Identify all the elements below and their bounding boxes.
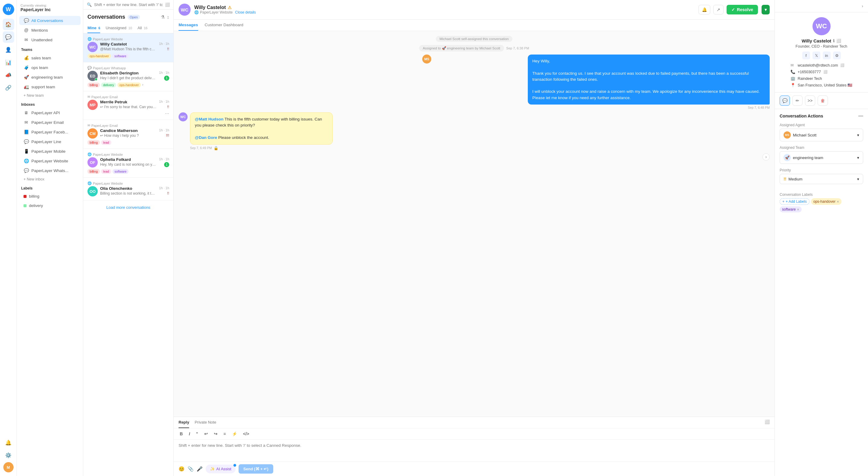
quote-button[interactable]: " (195, 431, 199, 437)
new-team-button[interactable]: + New team (19, 92, 81, 99)
collapse-conv-actions-icon[interactable]: — (858, 113, 863, 119)
facebook-social-icon[interactable]: f (802, 52, 810, 59)
sidebar-all-conversations[interactable]: 💬 All Conversations (19, 16, 81, 25)
sidebar-inbox-website[interactable]: 🌐 PaperLayer Website (19, 156, 81, 165)
nav-icon-reports[interactable]: 📊 (3, 57, 14, 68)
close-details-button[interactable]: Close details (235, 10, 256, 14)
assigned-agent-select[interactable]: MS Michael Scott ▾ (780, 129, 863, 141)
nav-icon-chat[interactable]: 💬 (3, 31, 14, 43)
attach-button[interactable]: 📎 (188, 466, 194, 472)
ordered-list-button[interactable]: ⚡ (231, 431, 238, 437)
tab-all[interactable]: All 16 (137, 23, 148, 33)
conversation-list: 🌐 PaperLayer Website WC Willy Castelot @… (83, 33, 174, 476)
copy-phone-icon[interactable]: ⬜ (824, 70, 828, 74)
sidebar-inbox-line[interactable]: 💬 PaperLayer Line (19, 137, 81, 146)
more-labels-2[interactable]: › (142, 82, 143, 88)
nav-icon-home[interactable]: 🏠 (3, 19, 14, 30)
chat-tab-dashboard[interactable]: Customer Dashboard (205, 20, 243, 31)
sidebar-inbox-mobile[interactable]: 📱 PaperLayer Mobile (19, 147, 81, 156)
expand-reply-icon[interactable]: ⬜ (765, 417, 770, 428)
chat-tab-messages[interactable]: Messages (179, 20, 198, 31)
sidebar-inbox-api[interactable]: 🖥 PaperLayer API (19, 108, 81, 117)
merge-contact-button[interactable]: >> (805, 96, 815, 106)
undo-button[interactable]: ↩ (203, 431, 209, 437)
sidebar-label-billing[interactable]: billing (19, 192, 81, 201)
reply-tab-note[interactable]: Private Note (194, 417, 216, 428)
conv-preview-2: Hey I didn't get the product delivere... (100, 76, 157, 80)
conv-badge-5: 1 (164, 162, 169, 167)
user-avatar[interactable]: M (3, 462, 13, 472)
system-msg-2-wrapper: Assigned to 🚀 engineering team by Michae… (179, 45, 770, 52)
bold-button[interactable]: B (179, 431, 184, 437)
conv-item-elisabeth[interactable]: 💬 PaperLayer Whatsapp ED Elisabeth Derin… (83, 62, 174, 91)
resolve-dropdown-button[interactable]: ▾ (762, 5, 770, 14)
sidebar-team-support[interactable]: 🚛 support team (19, 82, 81, 91)
send-button[interactable]: Send (⌘ + ↵) (239, 464, 273, 474)
expand-thread-button[interactable]: › (763, 154, 770, 161)
conv-item-willy[interactable]: 🌐 PaperLayer Website WC Willy Castelot @… (83, 33, 174, 62)
conv-item-merrile[interactable]: ✉ PaperLayer Email MP Merrile Petruk ↩ I… (83, 91, 174, 120)
msg-time-note-1: Sep 7, 6:49 PM 🔒 (190, 146, 388, 150)
sort-icon[interactable]: ↕ (167, 14, 169, 20)
inbox-whatsapp-icon: 💬 (24, 168, 29, 173)
reply-input[interactable] (174, 440, 775, 461)
reply-tab-reply[interactable]: Reply (179, 417, 189, 428)
expand-search-icon[interactable]: ⬜ (165, 2, 170, 7)
sidebar-team-ops[interactable]: 🧳 ops team (19, 63, 81, 72)
tab-unassigned[interactable]: Unassigned 10 (105, 23, 132, 33)
conv-labels-section: Conversation Labels + + Add Labels ops-h… (775, 193, 868, 216)
delete-contact-button[interactable]: 🗑 (818, 96, 828, 106)
redo-button[interactable]: ↪ (213, 431, 219, 437)
nav-icon-contacts[interactable]: 👤 (3, 44, 14, 56)
nav-icon-announcements[interactable]: 📣 (3, 69, 14, 81)
conv-item-ophelia[interactable]: 🌐 PaperLayer Website OF Ophelia Folkard … (83, 149, 174, 178)
code-button[interactable]: </> (242, 431, 250, 437)
emoji-button[interactable]: 😊 (179, 466, 185, 472)
audio-button[interactable]: 🎤 (197, 466, 203, 472)
add-labels-button[interactable]: + + Add Labels (780, 198, 809, 205)
conv-item-candice[interactable]: ✉ PaperLayer Email CM Candice Matherson … (83, 120, 174, 149)
remove-software-button[interactable]: ✕ (797, 208, 799, 211)
sidebar-team-engineering[interactable]: 🚀 engineering team (19, 73, 81, 82)
sidebar-inbox-whatsapp[interactable]: 💬 PaperLayer Whats... (19, 166, 81, 175)
collapse-right-panel-button[interactable]: › (862, 4, 863, 8)
conv-source-3: ✉ PaperLayer Email (88, 95, 169, 99)
tab-mine[interactable]: Mine 6 (88, 23, 100, 33)
conv-name-5: Ophelia Folkard (100, 157, 157, 162)
sidebar-team-sales[interactable]: 💰 sales team (19, 53, 81, 62)
search-input[interactable] (94, 2, 162, 7)
mute-button[interactable]: 🔔 (699, 5, 710, 14)
assigned-team-select[interactable]: 🚀 engineering team ▾ (780, 151, 863, 164)
github-social-icon[interactable]: ⚙ (833, 52, 841, 59)
sidebar-inbox-facebook[interactable]: 📘 PaperLayer Faceb... (19, 128, 81, 136)
sidebar-unattended[interactable]: ✉ Unattended (19, 35, 81, 44)
sidebar-label-delivery[interactable]: delivery (19, 201, 81, 210)
system-msg-2-time: Sep 7, 6:38 PM (506, 46, 529, 50)
nav-icon-settings[interactable]: ⚙️ (3, 449, 14, 461)
resolve-button[interactable]: ✓ Michael Scott Resolve (726, 5, 758, 14)
inbox-website-icon: 🌐 (24, 159, 29, 163)
remove-ops-handover-button[interactable]: ✕ (837, 200, 839, 203)
plus-icon: + (782, 199, 784, 204)
conv-source-4: ✉ PaperLayer Email (88, 124, 169, 128)
sidebar-inbox-email[interactable]: ✉ PaperLayer Email (19, 118, 81, 127)
linkedin-social-icon[interactable]: in (823, 52, 831, 59)
twitter-social-icon[interactable]: 𝕏 (812, 52, 820, 59)
edit-contact-button[interactable]: ✏ (792, 96, 803, 106)
italic-button[interactable]: I (188, 431, 191, 437)
conv-source-5: 🌐 PaperLayer Website (88, 152, 169, 156)
sidebar-mentions[interactable]: @ Mentions (19, 26, 81, 35)
filter-icon[interactable]: ⚗ (161, 14, 165, 20)
copy-email-icon[interactable]: ⬜ (840, 63, 844, 67)
list-button[interactable]: ≡ (222, 431, 227, 437)
conv-item-olia[interactable]: 🌐 PaperLayer Website OO Olia Olenchenko … (83, 178, 174, 200)
new-conversation-button[interactable]: 💬 (780, 96, 790, 106)
more-options-3[interactable]: ⋯ (165, 111, 169, 116)
share-button[interactable]: ↗ (713, 5, 723, 14)
ai-assist-button[interactable]: ✨ AI Assist (206, 465, 236, 473)
load-more-button[interactable]: Load more conversations (83, 200, 174, 214)
new-inbox-button[interactable]: + New inbox (19, 176, 81, 183)
nav-icon-notifications[interactable]: 🔔 (3, 437, 14, 448)
priority-select[interactable]: !! Medium ▾ (780, 174, 863, 184)
nav-icon-integrations[interactable]: 🔗 (3, 82, 14, 93)
